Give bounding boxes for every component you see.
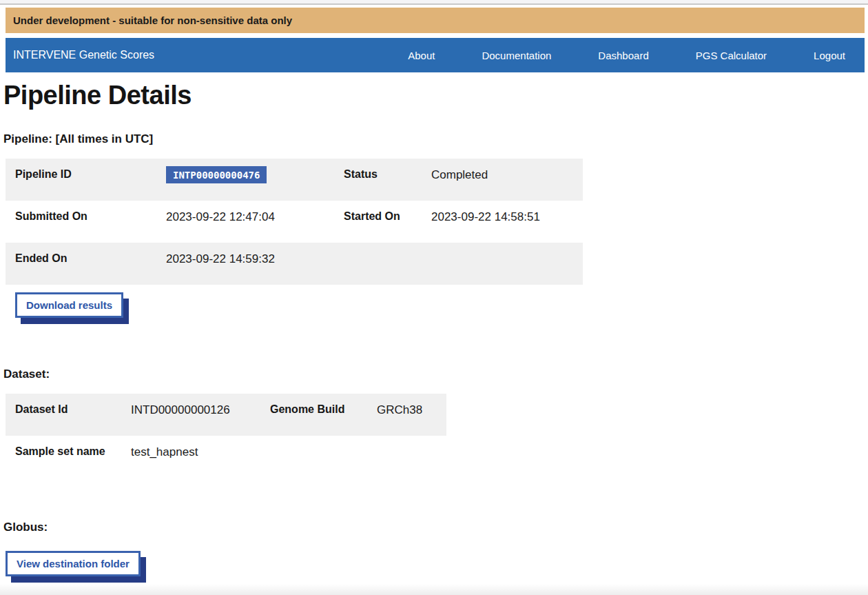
empty-cell — [377, 436, 446, 478]
nav-item-pgs-calculator[interactable]: PGS Calculator — [696, 50, 767, 61]
empty-cell — [431, 243, 583, 285]
ended-on-value: 2023-09-22 14:59:32 — [166, 243, 344, 285]
empty-cell — [270, 436, 377, 478]
navbar-brand[interactable]: INTERVENE Genetic Scores — [13, 49, 154, 61]
pipeline-section-label: Pipeline: [All times in UTC] — [3, 132, 868, 146]
sample-set-name-label: Sample set name — [6, 436, 131, 478]
genome-build-label: Genome Build — [270, 394, 377, 436]
browser-edge-strip — [0, 0, 868, 5]
table-row: Submitted On 2023-09-22 12:47:04 Started… — [6, 201, 583, 243]
status-label: Status — [344, 159, 431, 201]
dataset-details-table: Dataset Id INTD00000000126 Genome Build … — [6, 394, 446, 478]
dataset-id-label: Dataset Id — [6, 394, 131, 436]
nav-item-dashboard[interactable]: Dashboard — [598, 50, 648, 61]
table-row: Ended On 2023-09-22 14:59:32 — [6, 243, 583, 285]
main-navbar: INTERVENE Genetic Scores About Documenta… — [6, 38, 865, 72]
pipeline-id-badge: INTP00000000476 — [166, 166, 267, 183]
dev-warning-text: Under development - suitable for non-sen… — [13, 14, 292, 26]
page-title: Pipeline Details — [3, 81, 868, 110]
dataset-id-value: INTD00000000126 — [131, 394, 270, 436]
submitted-on-value: 2023-09-22 12:47:04 — [166, 201, 344, 243]
genome-build-value: GRCh38 — [377, 394, 446, 436]
sample-set-name-value: test_hapnest — [131, 436, 270, 478]
pipeline-id-label: Pipeline ID — [6, 159, 166, 201]
nav-links: About Documentation Dashboard PGS Calcul… — [408, 50, 845, 61]
dev-warning-banner: Under development - suitable for non-sen… — [6, 8, 865, 33]
empty-cell — [344, 243, 431, 285]
started-on-value: 2023-09-22 14:58:51 — [431, 201, 583, 243]
table-row: Sample set name test_hapnest — [6, 436, 446, 478]
download-results-button[interactable]: Download results — [15, 292, 123, 318]
ended-on-label: Ended On — [6, 243, 166, 285]
globus-section-label: Globus: — [3, 521, 868, 534]
pipeline-details-table: Pipeline ID INTP00000000476 Status Compl… — [6, 159, 583, 285]
submitted-on-label: Submitted On — [6, 201, 166, 243]
bottom-fade — [0, 584, 868, 595]
view-destination-folder-button[interactable]: View destination folder — [6, 551, 141, 576]
started-on-label: Started On — [344, 201, 431, 243]
nav-item-about[interactable]: About — [408, 50, 435, 61]
pipeline-id-cell: INTP00000000476 — [166, 159, 344, 201]
dataset-section-label: Dataset: — [3, 367, 868, 381]
nav-item-logout[interactable]: Logout — [814, 50, 845, 61]
table-row: Pipeline ID INTP00000000476 Status Compl… — [6, 159, 583, 201]
nav-item-documentation[interactable]: Documentation — [482, 50, 551, 61]
status-value: Completed — [431, 159, 583, 201]
table-row: Dataset Id INTD00000000126 Genome Build … — [6, 394, 446, 436]
